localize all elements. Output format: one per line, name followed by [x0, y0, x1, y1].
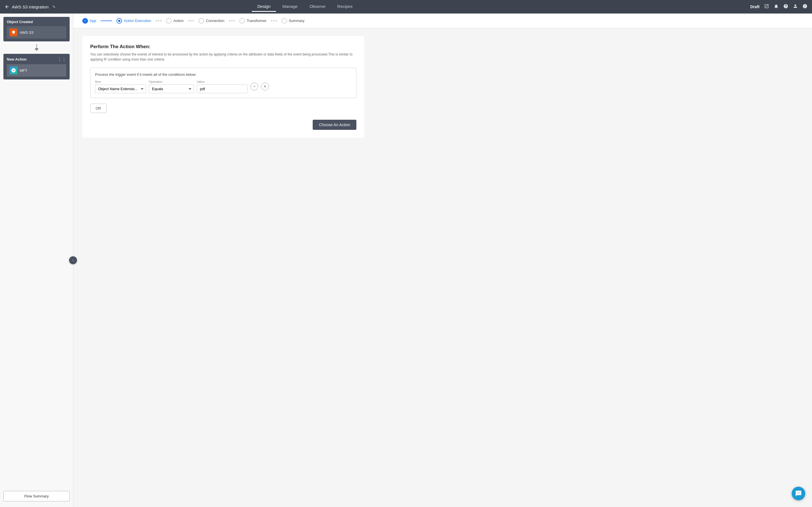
- navbar: AWS S3 integration ✎ Design Manage Obser…: [0, 0, 812, 13]
- step-action-execution-label: Action Execution: [124, 18, 151, 23]
- sidebar: Object Created AWS S3 New Action ⋮⋮: [0, 13, 73, 507]
- aws-s3-icon: [10, 29, 17, 36]
- step-summary-circle: [282, 18, 287, 24]
- step-app-label: App: [90, 18, 96, 23]
- dot: [160, 20, 161, 21]
- step-action-label: Action: [173, 18, 184, 23]
- tab-recipes[interactable]: Recipes: [332, 2, 358, 12]
- action-item-label: MFT: [20, 68, 28, 73]
- minus-icon: −: [253, 84, 255, 89]
- dot: [229, 20, 231, 21]
- perform-description: You can selectively choose the events of…: [90, 52, 356, 62]
- action-item[interactable]: MFT: [7, 64, 66, 76]
- chat-icon: [795, 490, 802, 497]
- step-line-1: [101, 20, 112, 21]
- step-dots-4: [229, 20, 235, 21]
- trigger-block: Object Created AWS S3: [3, 17, 70, 41]
- add-condition-button[interactable]: +: [261, 82, 269, 91]
- step-app[interactable]: ✓ App: [80, 17, 98, 25]
- bell-icon[interactable]: [774, 4, 779, 10]
- step-transformer-label: Transformer: [247, 18, 266, 23]
- flow-summary-button[interactable]: Flow Summary: [3, 491, 70, 501]
- choose-action-button[interactable]: Choose An Action: [313, 120, 356, 130]
- dot: [158, 20, 159, 21]
- step-dots-5: [271, 20, 277, 21]
- step-connection-label: Connection: [206, 18, 224, 23]
- dot: [156, 20, 157, 21]
- main-content: ✓ App Action Execution Action: [73, 13, 812, 507]
- content-area: Perform The Action When: You can selecti…: [73, 28, 812, 507]
- dot: [231, 20, 233, 21]
- edit-title-icon[interactable]: ✎: [52, 5, 56, 9]
- condition-item-select[interactable]: Object Name Extensio...: [95, 84, 146, 93]
- back-button[interactable]: AWS S3 integration ✎: [4, 4, 56, 9]
- remove-condition-button[interactable]: −: [250, 82, 258, 91]
- step-transformer[interactable]: Transformer: [237, 17, 269, 25]
- flow-arrow: [0, 41, 73, 54]
- plus-icon: +: [264, 84, 266, 89]
- condition-row: Item Object Name Extensio... Operation E…: [95, 80, 352, 93]
- alert-icon[interactable]: [802, 4, 808, 10]
- step-dots-2: [156, 20, 161, 21]
- chat-button[interactable]: [792, 487, 805, 500]
- step-action-execution-circle: [116, 18, 122, 24]
- mft-icon: [10, 66, 17, 74]
- main-layout: Object Created AWS S3 New Action ⋮⋮: [0, 13, 812, 507]
- dot: [271, 20, 272, 21]
- tab-manage[interactable]: Manage: [276, 2, 303, 12]
- step-app-circle: ✓: [82, 18, 88, 24]
- dot: [275, 20, 277, 21]
- external-link-icon[interactable]: [764, 4, 769, 10]
- app-title: AWS S3 integration: [12, 4, 49, 9]
- condition-value-col: Value: [197, 80, 248, 93]
- collapse-icon: ‹: [72, 259, 73, 262]
- help-icon[interactable]: [783, 4, 788, 10]
- step-action[interactable]: Action: [164, 17, 186, 25]
- dot: [188, 20, 190, 21]
- or-button[interactable]: OR: [90, 104, 107, 113]
- perform-title: Perform The Action When:: [90, 44, 356, 50]
- item-col-header: Item: [95, 80, 146, 83]
- navbar-tabs: Design Manage Observe Recipes: [252, 2, 358, 12]
- draft-badge: Draft: [750, 4, 760, 9]
- dot: [234, 20, 235, 21]
- step-summary-label: Summary: [289, 18, 305, 23]
- action-block: New Action ⋮⋮ MFT: [3, 54, 70, 79]
- tab-design[interactable]: Design: [252, 2, 276, 12]
- step-action-execution[interactable]: Action Execution: [114, 17, 153, 25]
- action-menu-icon[interactable]: ⋮⋮: [57, 57, 66, 62]
- step-summary[interactable]: Summary: [279, 17, 307, 25]
- condition-value-input[interactable]: [197, 84, 248, 93]
- tab-observe[interactable]: Observe: [304, 2, 331, 12]
- step-connection[interactable]: Connection: [196, 17, 227, 25]
- navbar-right-actions: Draft: [750, 4, 808, 10]
- step-navigation: ✓ App Action Execution Action: [73, 13, 812, 28]
- trigger-block-title: Object Created: [7, 20, 66, 24]
- step-dots-3: [188, 20, 194, 21]
- operation-col-header: Operation: [149, 80, 194, 83]
- dot: [273, 20, 274, 21]
- user-icon[interactable]: [793, 4, 798, 10]
- condition-operation-select[interactable]: Equals: [149, 84, 194, 93]
- condition-operation-col: Operation Equals: [149, 80, 194, 93]
- step-connection-circle: [199, 18, 204, 24]
- condition-box: Process the trigger event if it meets al…: [90, 68, 356, 98]
- action-block-title: New Action: [7, 57, 27, 61]
- dot: [190, 20, 192, 21]
- back-arrow-icon: [4, 4, 10, 9]
- value-col-header: Value: [197, 80, 248, 83]
- sidebar-collapse-button[interactable]: ‹: [69, 256, 77, 264]
- condition-title: Process the trigger event if it meets al…: [95, 72, 352, 76]
- dot: [193, 20, 194, 21]
- trigger-item[interactable]: AWS S3: [7, 26, 66, 39]
- condition-item-col: Item Object Name Extensio...: [95, 80, 146, 93]
- step-transformer-circle: [239, 18, 245, 24]
- action-block-header: New Action ⋮⋮: [7, 57, 66, 62]
- trigger-item-label: AWS S3: [20, 31, 34, 35]
- step-action-circle: [166, 18, 172, 24]
